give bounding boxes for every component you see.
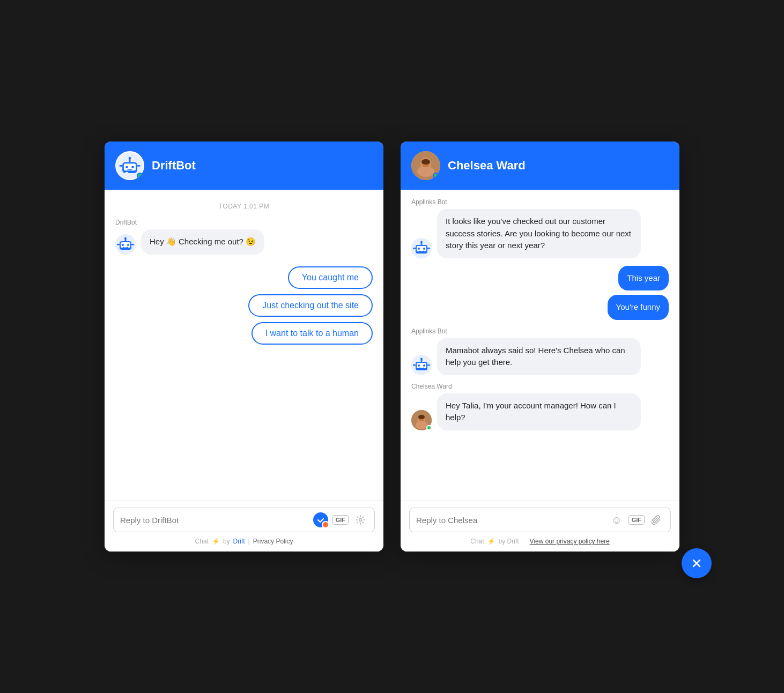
bot-message-row: Hey 👋 Checking me out? 😉 <box>115 229 373 255</box>
gif-button[interactable]: GIF <box>332 515 349 525</box>
bot-bubble: Hey 👋 Checking me out? 😉 <box>141 229 264 255</box>
bot-avatar-sm <box>115 234 136 255</box>
svg-point-31 <box>420 241 423 243</box>
applinks-msg-2-row: Mamabot always said so! Here's Chelsea w… <box>411 338 669 375</box>
chelsea-reply-input-row: ☺ GIF <box>409 508 671 532</box>
quick-reply-2[interactable]: I want to talk to a human <box>252 322 373 345</box>
chelsea-body: Applinks Bot It <box>401 190 679 501</box>
svg-rect-7 <box>120 165 123 167</box>
svg-point-3 <box>125 166 128 168</box>
quick-replies: You caught me Just checking out the site… <box>248 266 373 345</box>
svg-point-28 <box>418 248 420 250</box>
driftbot-footer: GIF Chat ⚡ by Drift | Privacy Policy <box>105 501 383 552</box>
driftbot-avatar <box>115 151 144 180</box>
svg-rect-32 <box>413 248 416 249</box>
quick-reply-0[interactable]: You caught me <box>288 266 373 289</box>
svg-point-29 <box>423 248 425 250</box>
svg-point-14 <box>127 244 129 246</box>
by-text: by <box>223 538 230 545</box>
chelsea-online-dot <box>433 173 439 179</box>
applinks-bubble-1: It looks like you've checked out our cus… <box>437 209 641 258</box>
svg-rect-17 <box>117 244 120 245</box>
reply-input[interactable] <box>120 516 309 525</box>
applinks-avatar-1 <box>411 238 432 258</box>
applinks-avatar-2 <box>411 355 432 375</box>
chelsea-ward-label: Chelsea Ward <box>411 383 669 390</box>
chelsea-brand-text: Chat <box>470 538 484 545</box>
applinks-msg-1-row: It looks like you've checked out our cus… <box>411 209 669 258</box>
chelsea-avatar-sm <box>411 410 432 430</box>
drift-link[interactable]: Drift <box>233 538 245 545</box>
lightning-icon: ⚡ <box>212 538 220 545</box>
svg-point-45 <box>416 421 427 429</box>
privacy-link[interactable]: Privacy Policy <box>253 538 293 545</box>
check-send-icon[interactable] <box>313 512 328 527</box>
svg-point-22 <box>417 166 434 177</box>
footer-brand: Chat ⚡ by Drift | Privacy Policy <box>113 538 375 545</box>
close-x-icon <box>690 557 703 570</box>
svg-point-37 <box>418 364 420 367</box>
chelsea-sm-online-dot <box>426 425 432 430</box>
chelsea-widget: Chelsea Ward Applinks Bot <box>401 141 679 552</box>
chelsea-gif-button[interactable]: GIF <box>628 515 645 525</box>
svg-rect-8 <box>137 165 140 167</box>
applinks-bubble-2: Mamabot always said so! Here's Chelsea w… <box>437 338 641 375</box>
svg-point-38 <box>423 364 425 367</box>
chelsea-reply-input[interactable] <box>416 516 605 525</box>
quick-reply-1[interactable]: Just checking out the site <box>248 294 373 317</box>
emoji-icon[interactable]: ☺ <box>609 512 624 527</box>
svg-point-40 <box>420 357 423 360</box>
chelsea-title: Chelsea Ward <box>448 159 526 173</box>
svg-point-13 <box>122 244 124 246</box>
page-container: DriftBot TODAY 1:01 PM DriftBot <box>83 120 701 573</box>
chat-timestamp: TODAY 1:01 PM <box>115 203 373 210</box>
svg-point-16 <box>124 237 127 239</box>
chelsea-privacy-link[interactable]: View our privacy policy here <box>530 538 610 545</box>
driftbot-body: TODAY 1:01 PM DriftBot <box>105 190 383 501</box>
svg-point-47 <box>418 415 425 419</box>
chelsea-footer: ☺ GIF Chat ⚡ by Drift View our privacy p… <box>401 501 679 552</box>
reply-input-row: GIF <box>113 508 375 532</box>
chelsea-lightning: ⚡ <box>487 538 495 545</box>
driftbot-widget: DriftBot TODAY 1:01 PM DriftBot <box>105 141 383 552</box>
svg-rect-9 <box>125 172 129 174</box>
close-fab-button[interactable] <box>682 548 712 578</box>
chelsea-msg-row: Hey Talia, I'm your account manager! How… <box>411 393 669 430</box>
user-reply-this-year: This year <box>618 266 669 291</box>
chelsea-header-avatar <box>411 151 440 180</box>
svg-rect-42 <box>427 364 430 366</box>
svg-point-19 <box>359 519 362 521</box>
svg-rect-18 <box>131 244 134 245</box>
chelsea-footer-brand: Chat ⚡ by Drift View our privacy policy … <box>409 538 671 545</box>
svg-point-24 <box>421 159 430 165</box>
bot-sender-label: DriftBot <box>115 219 373 226</box>
chelsea-header: Chelsea Ward <box>401 141 679 190</box>
settings-icon[interactable] <box>353 512 368 527</box>
svg-rect-33 <box>427 248 430 249</box>
svg-point-6 <box>129 157 131 160</box>
driftbot-title: DriftBot <box>152 159 196 173</box>
chelsea-bubble: Hey Talia, I'm your account manager! How… <box>437 393 641 430</box>
svg-point-4 <box>131 166 134 168</box>
chelsea-by-text: by Drift <box>499 538 519 545</box>
online-dot <box>137 173 143 179</box>
applinks-label-1: Applinks Bot <box>411 198 669 206</box>
applinks-label-2: Applinks Bot <box>411 327 669 335</box>
attachment-icon[interactable] <box>649 512 664 527</box>
footer-sep: | <box>248 538 250 545</box>
driftbot-header: DriftBot <box>105 141 383 190</box>
user-reply-funny: You're funny <box>608 295 669 320</box>
brand-chat-text: Chat <box>195 538 209 545</box>
svg-rect-41 <box>413 364 416 366</box>
bot-icon-sm <box>115 234 136 255</box>
